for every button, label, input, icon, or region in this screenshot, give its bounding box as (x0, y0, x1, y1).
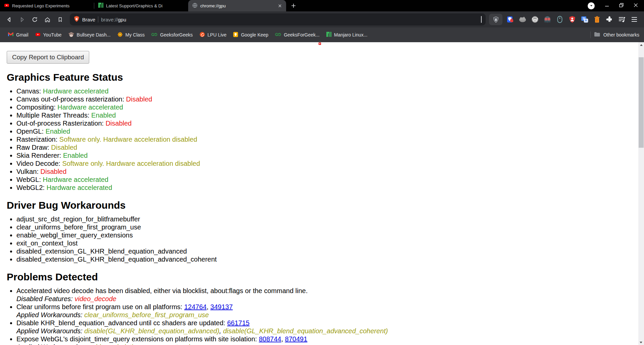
feature-item: Multiple Raster Threads: Enabled (16, 111, 621, 119)
monkey-extension-icon[interactable] (530, 14, 540, 24)
feature-item: WebGL2: Hardware accelerated (16, 184, 621, 192)
feature-item: OpenGL: Enabled (16, 127, 621, 135)
tab-strip: Requested Lego Experiments Latest Suppor… (0, 0, 644, 11)
urlbar-brand-label: Brave (82, 17, 95, 22)
crbug-link[interactable]: 124764 (184, 303, 207, 310)
workaround-item: enable_webgl_timer_query_extensions (16, 231, 621, 239)
bookmark-label: Gmail (16, 32, 29, 38)
close-window-button[interactable] (634, 3, 638, 9)
other-bookmarks[interactable]: Other bookmarks (590, 31, 639, 38)
extensions-row (504, 14, 641, 24)
bookmark-geeksforgeeks-2[interactable]: GeeksForGeek... (272, 30, 323, 39)
brave-lion-icon (74, 16, 79, 23)
feature-item: Compositing: Hardware accelerated (16, 103, 621, 111)
feature-item: Out-of-process Rasterization: Disabled (16, 119, 621, 127)
workaround-item: disabled_extension_GL_KHR_blend_equation… (16, 247, 621, 255)
feature-item: Skia Renderer: Enabled (16, 151, 621, 159)
translate-extension-icon[interactable] (580, 14, 590, 24)
restore-button[interactable] (619, 3, 624, 9)
scroll-down-icon[interactable] (640, 342, 642, 343)
gmail-icon (8, 32, 13, 38)
bookmark-geeksforgeeks[interactable]: GeeksforGeeks (148, 30, 196, 39)
bookmark-bullseye-dash[interactable]: Bullseye Dash... (65, 30, 114, 40)
puzzle-extension-icon[interactable] (604, 14, 614, 24)
copy-report-button[interactable]: Copy Report to Clipboard (7, 51, 89, 64)
bookmark-google-keep[interactable]: Google Keep (230, 30, 272, 40)
window-controls (588, 0, 644, 11)
trash-extension-icon[interactable] (592, 14, 602, 24)
crocodile-extension-icon[interactable] (518, 14, 528, 24)
feature-item: Canvas: Hardware accelerated (16, 87, 621, 95)
gfg-icon (275, 32, 281, 38)
youtube-icon (35, 32, 41, 38)
problem-item: Clear uniforms before first program use … (16, 303, 621, 319)
shield-person-extension-icon[interactable] (567, 14, 577, 24)
forward-button[interactable] (16, 14, 28, 25)
gpu-report-page: Copy Report to Clipboard Graphics Featur… (0, 42, 644, 345)
section-heading-features: Graphics Feature Status (7, 72, 621, 83)
manjaro-icon (98, 3, 103, 9)
tab-title: Latest Support/Graphics & Di (106, 3, 185, 8)
tab-latest-support[interactable]: Latest Support/Graphics & Di (94, 0, 188, 11)
section-heading-workarounds: Driver Bug Workarounds (7, 200, 621, 211)
bookmark-manjaro-linux[interactable]: Manjaro Linux... (323, 30, 371, 40)
manjaro-icon (326, 32, 331, 38)
bookmark-icon[interactable] (54, 14, 66, 25)
bookmark-my-class[interactable]: My Class (114, 30, 148, 40)
section-heading-problems: Problems Detected (7, 271, 621, 283)
workaround-item: exit_on_context_lost (16, 239, 621, 247)
gfg-icon (151, 32, 157, 38)
feature-status-list: Canvas: Hardware accelerated Canvas out-… (7, 87, 621, 192)
urlbar-divider (98, 16, 98, 22)
url-host: gpu (118, 17, 126, 22)
crbug-link[interactable]: 870491 (285, 335, 308, 343)
feature-item: Vulkan: Disabled (16, 167, 621, 176)
tab-search-icon[interactable] (588, 2, 595, 9)
new-tab-button[interactable] (289, 1, 298, 10)
reload-button[interactable] (29, 14, 40, 25)
tab-chrome-gpu[interactable]: chrome://gpu (188, 0, 286, 11)
feature-item: Video Decode: Software only. Hardware ac… (16, 159, 621, 167)
bookmark-youtube[interactable]: YouTube (32, 30, 65, 40)
youtube-icon (4, 3, 9, 9)
bookmark-gmail[interactable]: Gmail (5, 30, 32, 39)
home-button[interactable] (42, 14, 53, 25)
nav-toolbar: Brave brave://gpu (0, 11, 644, 27)
problem-item: Expose WebGL's disjoint_timer_query exte… (16, 335, 621, 345)
bookmarks-divider (590, 31, 591, 38)
problem-item: Disable KHR_blend_equation_advanced unti… (16, 319, 621, 335)
other-bookmarks-label: Other bookmarks (603, 32, 639, 38)
brave-shields-icon[interactable] (489, 14, 502, 25)
address-bar[interactable]: Brave brave://gpu (70, 13, 486, 25)
url-text[interactable]: brave://gpu (101, 17, 126, 22)
spy-goggles-extension-icon[interactable] (542, 14, 552, 24)
page-scrollbar[interactable] (638, 42, 644, 345)
problem-item: Accelerated video decode has been disabl… (16, 287, 621, 303)
workaround-item: clear_uniforms_before_first_program_use (16, 223, 621, 231)
feature-item: Canvas out-of-process rasterization: Dis… (16, 95, 621, 103)
keep-icon (233, 32, 238, 38)
folder-icon (594, 32, 600, 38)
bookmark-lpu-live[interactable]: LPU Live (196, 30, 230, 40)
scrollbar-thumb[interactable] (639, 57, 644, 148)
bookmark-label: My Class (125, 32, 145, 38)
playlist-music-extension-icon[interactable] (617, 14, 627, 24)
tab-title: chrome://gpu (200, 3, 274, 8)
tab-requested-lego[interactable]: Requested Lego Experiments (0, 0, 94, 11)
crbug-link[interactable]: 808744 (259, 335, 281, 343)
workarounds-list: adjust_src_dst_region_for_blitframebuffe… (7, 215, 621, 263)
tab-close-icon[interactable] (277, 3, 283, 9)
problems-list: Accelerated video decode has been disabl… (7, 287, 621, 345)
minimize-button[interactable] (605, 3, 609, 9)
site-blocker-extension-icon[interactable] (505, 14, 515, 24)
back-button[interactable] (3, 14, 15, 25)
crbug-link[interactable]: 349137 (210, 303, 233, 310)
bookmark-label: GeeksForGeek... (284, 32, 320, 38)
tab-title: Requested Lego Experiments (12, 3, 91, 8)
crbug-link[interactable]: 661715 (227, 319, 250, 327)
feature-item: Rasterization: Software only. Hardware a… (16, 135, 621, 143)
mouse-extension-icon[interactable] (555, 14, 565, 24)
scroll-up-icon[interactable] (638, 42, 644, 48)
menu-icon[interactable] (629, 14, 639, 24)
cow-icon (68, 32, 74, 38)
